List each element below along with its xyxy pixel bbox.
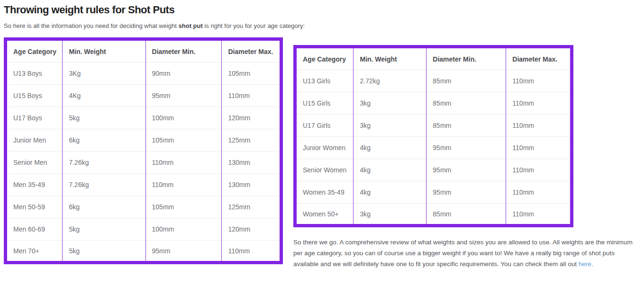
table-row: U15 Boys4Kg95mm110mm: [6, 85, 281, 107]
table-row: U15 Girls3kg85mm110mm: [295, 92, 572, 115]
table-cell: 90mm: [145, 63, 222, 85]
table-cell: 125mm: [222, 129, 281, 152]
table-cell: 120mm: [222, 107, 281, 129]
table-cell: U15 Girls: [295, 92, 354, 115]
girls-women-table: Age CategoryMin. WeightDiameter Min.Diam…: [293, 45, 573, 227]
table-cell: 130mm: [222, 174, 281, 196]
table-cell: 2.72kg: [354, 70, 426, 92]
table-cell: 85mm: [426, 115, 506, 137]
table-row: Senior Men7.26kg110mm130mm: [6, 152, 281, 174]
table-cell: 95mm: [145, 85, 222, 107]
table-cell: Junior Men: [6, 129, 63, 152]
table-cell: 4kg: [354, 137, 426, 159]
tables-container: Age CategoryMin. WeightDiameter Min.Diam…: [4, 37, 640, 269]
table-cell: 105mm: [222, 63, 281, 85]
table-row: Men 35-497.26kg110mm130mm: [6, 174, 281, 196]
table-cell: Men 70+: [6, 241, 63, 263]
here-link[interactable]: here: [579, 260, 591, 268]
table-cell: 100mm: [145, 107, 222, 129]
table-cell: 6kg: [63, 129, 145, 152]
table-row: Men 60-695kg100mm120mm: [6, 218, 281, 241]
table-cell: 7.26kg: [63, 152, 145, 174]
table-cell: Men 60-69: [6, 218, 63, 241]
table-cell: 110mm: [506, 204, 572, 226]
table-cell: 110mm: [506, 70, 572, 92]
table-cell: 110mm: [145, 152, 222, 174]
table-cell: 5kg: [63, 218, 145, 241]
table-cell: 85mm: [426, 92, 506, 115]
table-row: U17 Girls3kg85mm110mm: [295, 115, 572, 137]
table-cell: 110mm: [506, 92, 572, 115]
header-row: Age CategoryMin. WeightDiameter Min.Diam…: [6, 39, 281, 63]
table-cell: 95mm: [426, 159, 506, 181]
intro-paragraph: So here is all the information you need …: [4, 22, 640, 29]
table-cell: U13 Boys: [6, 63, 63, 85]
table-cell: 110mm: [506, 115, 572, 137]
intro-text-after: is right for you for your age category:: [203, 22, 305, 29]
header-row: Age CategoryMin. WeightDiameter Min.Diam…: [295, 47, 572, 70]
column-header: Diameter Min.: [426, 47, 506, 70]
table-cell: 110mm: [506, 137, 572, 159]
boys-men-table: Age CategoryMin. WeightDiameter Min.Diam…: [4, 37, 283, 264]
table-row: Senior Women4kg95mm110mm: [295, 159, 572, 181]
column-header: Min. Weight: [63, 39, 145, 63]
column-header: Min. Weight: [354, 47, 426, 70]
table-cell: 100mm: [145, 218, 222, 241]
table-cell: 3kg: [354, 92, 426, 115]
table-cell: 130mm: [222, 152, 281, 174]
table-row: U17 Boys5kg100mm120mm: [6, 107, 281, 129]
column-header: Diameter Max.: [222, 39, 281, 63]
table-cell: 125mm: [222, 196, 281, 218]
table-cell: Junior Women: [295, 137, 354, 159]
table-cell: Women 35-49: [295, 181, 354, 204]
table-cell: 4kg: [354, 181, 426, 204]
table-cell: U17 Boys: [6, 107, 63, 129]
table-cell: U15 Boys: [6, 85, 63, 107]
table-row: Men 70+5kg95mm110mm: [6, 241, 281, 263]
table-row: U13 Boys3Kg90mm105mm: [6, 63, 281, 85]
intro-text-before: So here is all the information you need …: [4, 22, 179, 29]
column-header: Age Category: [295, 47, 354, 70]
table-cell: 5kg: [63, 107, 145, 129]
article-content: Throwing weight rules for Shot Puts So h…: [0, 0, 644, 269]
table-cell: Senior Women: [295, 159, 354, 181]
page-title: Throwing weight rules for Shot Puts: [4, 4, 640, 16]
column-header: Diameter Min.: [145, 39, 222, 63]
table-row: Junior Women4kg95mm110mm: [295, 137, 572, 159]
table-row: Women 35-494kg95mm110mm: [295, 181, 572, 204]
table-row: U13 Girls2.72kg85mm110mm: [295, 70, 572, 92]
outro-paragraph: So there we go. A comprehensive review o…: [293, 237, 633, 269]
table-cell: 5kg: [63, 241, 145, 263]
table-cell: 3kg: [354, 115, 426, 137]
table-cell: 85mm: [426, 204, 506, 226]
table-cell: 7.26kg: [63, 174, 145, 196]
table-cell: 105mm: [145, 129, 222, 152]
table-cell: 110mm: [222, 85, 281, 107]
table-cell: 95mm: [426, 181, 506, 204]
column-header: Age Category: [6, 39, 63, 63]
table-cell: 110mm: [506, 159, 572, 181]
table-cell: 120mm: [222, 218, 281, 241]
table-cell: 6kg: [63, 196, 145, 218]
table-cell: Men 35-49: [6, 174, 63, 196]
table-cell: 110mm: [506, 181, 572, 204]
table-cell: 110mm: [145, 174, 222, 196]
table-cell: 105mm: [145, 196, 222, 218]
left-column: Age CategoryMin. WeightDiameter Min.Diam…: [4, 37, 283, 264]
table-cell: 110mm: [222, 241, 281, 263]
table-cell: 3kg: [354, 204, 426, 226]
table-cell: 95mm: [426, 137, 506, 159]
table-cell: U17 Girls: [295, 115, 354, 137]
table-row: Men 50-596kg105mm125mm: [6, 196, 281, 218]
outro-text-after: .: [591, 260, 593, 268]
table-cell: Women 50+: [295, 204, 354, 226]
intro-bold-text: shot put: [179, 22, 203, 29]
table-cell: 4kg: [354, 159, 426, 181]
table-cell: Senior Men: [6, 152, 63, 174]
table-cell: U13 Girls: [295, 70, 354, 92]
table-cell: 95mm: [145, 241, 222, 263]
table-cell: Men 50-59: [6, 196, 63, 218]
table-row: Junior Men6kg105mm125mm: [6, 129, 281, 152]
table-cell: 3Kg: [63, 63, 145, 85]
right-column: Age CategoryMin. WeightDiameter Min.Diam…: [293, 37, 633, 269]
